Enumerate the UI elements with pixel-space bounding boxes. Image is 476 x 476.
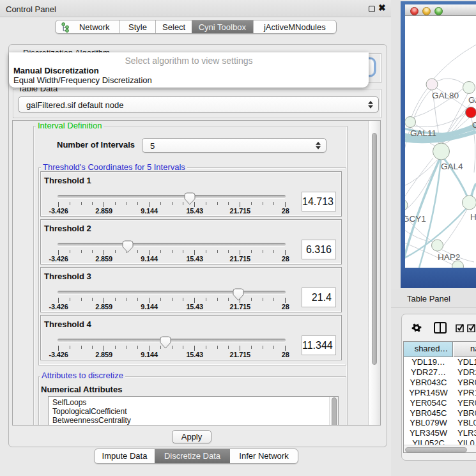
svg-text:GCY1: GCY1 (405, 214, 426, 224)
svg-text:GA: GA (468, 95, 476, 105)
svg-text:CY: CY (472, 120, 476, 130)
svg-text:HIS: HIS (470, 212, 476, 222)
svg-text:GAL4: GAL4 (441, 162, 463, 171)
svg-text:GAL11: GAL11 (410, 128, 436, 138)
svg-text:HAP2: HAP2 (438, 252, 460, 262)
svg-text:GAL80: GAL80 (432, 91, 459, 100)
